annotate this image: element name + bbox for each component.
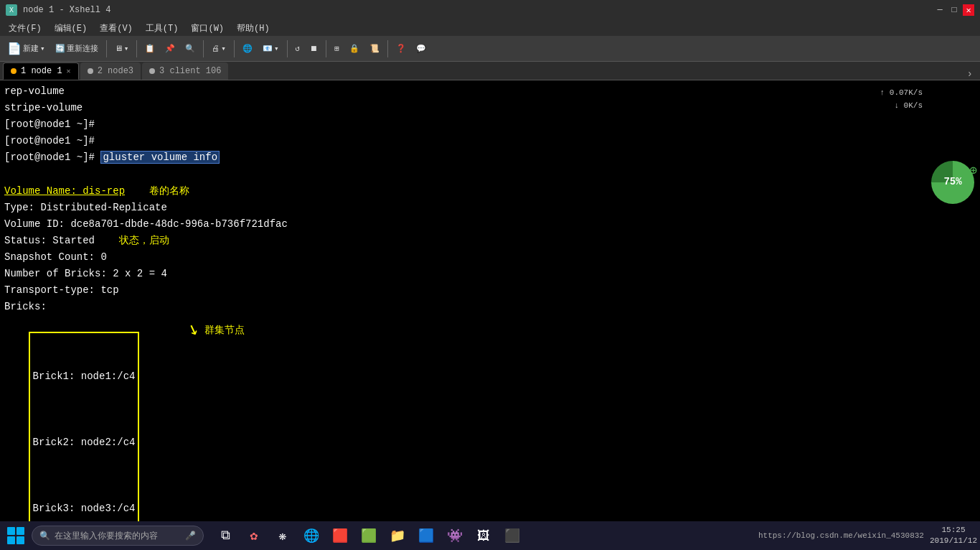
email-button[interactable]: 📧▾ (258, 38, 283, 60)
app-qq[interactable]: 👾 (443, 524, 466, 547)
terminal-dropdown-icon[interactable]: ▾ (124, 44, 129, 53)
tabs-scroll-arrow[interactable]: › (963, 68, 977, 80)
tab-label-2: 2 node3 (98, 66, 133, 76)
date-display: 2019/11/12 (930, 536, 977, 546)
app-fan[interactable]: ❋ (271, 524, 294, 547)
reconnect-label: 重新连接 (67, 43, 98, 54)
new-button[interactable]: 📄 新建 ▾ (3, 38, 50, 60)
tab-node3[interactable]: 2 node3 (80, 62, 141, 80)
line-brick3: Brick3: node3:/c4 (33, 500, 136, 517)
line-bricks-num: Number of Bricks: 2 x 2 = 4 (4, 266, 976, 282)
arrow-icon: ↗ (182, 314, 203, 348)
help-icon: ❓ (396, 44, 406, 53)
search-icon: 🔍 (39, 531, 50, 541)
tab-node1[interactable]: 1 node 1 ✕ (3, 62, 79, 80)
window-controls[interactable]: ─ □ ✕ (934, 4, 974, 16)
terminal[interactable]: rep-volume stripe-volume [root@node1 ~]#… (0, 80, 980, 521)
title-bar: X node 1 - Xshell 4 ─ □ ✕ (0, 0, 980, 20)
tab-label-1: 1 node 1 (21, 66, 62, 76)
new-label: 新建 (23, 43, 39, 54)
menu-bar: 文件(F) 编辑(E) 查看(V) 工具(T) 窗口(W) 帮助(H) (0, 20, 980, 36)
app-red2[interactable]: ⬛ (501, 524, 524, 547)
title-bar-left: X node 1 - Xshell 4 (6, 4, 110, 16)
tab-client106[interactable]: 3 client 106 (142, 62, 228, 80)
line-prompt-2: [root@node1 ~]# (4, 133, 976, 149)
app-globe[interactable]: 🌐 (300, 524, 323, 547)
grid-icon: ⊞ (334, 44, 339, 53)
bricks-box: Brick1: node1:/c4 Brick2: node2:/c4 Bric… (29, 332, 140, 521)
url-display: https://blog.csdn.me/weixin_4530832 (758, 531, 924, 540)
menu-tools[interactable]: 工具(T) (140, 20, 184, 36)
line-bricks-header: Bricks: (4, 299, 976, 315)
start-button[interactable] (3, 523, 29, 549)
refresh-icon: ↺ (296, 44, 301, 53)
menu-help[interactable]: 帮助(H) (231, 20, 275, 36)
taskbar-apps: ⧉ ✿ ❋ 🌐 🟥 🟩 📁 🟦 👾 🖼 ⬛ (214, 524, 524, 547)
reconnect-icon: 🔄 (55, 44, 65, 53)
app-red[interactable]: 🟥 (329, 524, 352, 547)
clock: 15:25 2019/11/12 (930, 525, 977, 547)
terminal-button[interactable]: 🖥 ▾ (110, 38, 133, 60)
mic-icon: 🎤 (185, 531, 196, 541)
reconnect-button[interactable]: 🔄 重新连接 (51, 38, 103, 60)
minimize-button[interactable]: ─ (934, 4, 946, 16)
separator-4 (234, 40, 235, 57)
tab-label-3: 3 client 106 (159, 66, 221, 76)
print-icon: 🖨 (212, 44, 220, 53)
line-prompt-1: [root@node1 ~]# (4, 116, 976, 133)
menu-view[interactable]: 查看(V) (94, 20, 138, 36)
line-volume-id: Volume ID: dce8a701-dbde-48dc-996a-b736f… (4, 216, 976, 233)
separator-6 (326, 40, 326, 57)
new-dropdown-icon[interactable]: ▾ (40, 44, 45, 53)
app-icon: X (6, 4, 17, 16)
lock-button[interactable]: 🔒 (345, 38, 364, 60)
maximize-button[interactable]: □ (948, 4, 960, 16)
lock-icon: 🔒 (349, 44, 359, 53)
line-type: Type: Distributed-Replicate (4, 200, 976, 216)
paste-icon: 📌 (165, 44, 175, 53)
copy-button[interactable]: 📋 (141, 38, 159, 60)
email-dropdown[interactable]: ▾ (274, 44, 279, 53)
taskbar: 🔍 在这里输入你要搜索的内容 🎤 ⧉ ✿ ❋ 🌐 🟥 🟩 📁 🟦 👾 🖼 ⬛ h… (0, 521, 980, 550)
separator-5 (287, 40, 288, 57)
find-button[interactable]: 🔍 (181, 38, 199, 60)
menu-edit[interactable]: 编辑(E) (49, 20, 93, 36)
separator-2 (136, 40, 137, 57)
taskview-button[interactable]: ⧉ (214, 524, 237, 547)
net-circle-indicator[interactable]: 75% (931, 161, 974, 204)
web-button[interactable]: 🌐 (238, 38, 257, 60)
close-button[interactable]: ✕ (963, 4, 974, 16)
line-brick1: Brick1: node1:/c4 (33, 368, 136, 385)
upload-stat: ↑ 0.07K/s (880, 86, 923, 99)
win-logo-tl (7, 527, 15, 535)
cluster-annotation-text: 群集节点 (204, 322, 245, 339)
script-button[interactable]: 📜 (365, 38, 384, 60)
app-photo[interactable]: 🖼 (472, 524, 495, 547)
app-blue[interactable]: 🟦 (415, 524, 438, 547)
net-percent: 75% (943, 174, 961, 190)
tab-close-1[interactable]: ✕ (67, 67, 71, 75)
find-icon: 🔍 (185, 44, 195, 53)
app-folder[interactable]: 📁 (386, 524, 409, 547)
separator-1 (106, 40, 107, 57)
line-stripe-volume: stripe-volume (4, 100, 976, 116)
volume-name-label: Volume Name: dis-rep (4, 185, 125, 197)
net-stats: ↑ 0.07K/s ↓ 0K/s (880, 86, 923, 112)
net-plus-button[interactable]: ⊕ (969, 161, 977, 182)
win-logo-br (17, 536, 24, 544)
print-dropdown[interactable]: ▾ (221, 44, 226, 53)
help-button[interactable]: ❓ (392, 38, 410, 60)
menu-window[interactable]: 窗口(W) (185, 20, 230, 36)
chat-button[interactable]: 💬 (412, 38, 430, 60)
web-icon: 🌐 (242, 44, 253, 53)
app-flower[interactable]: ✿ (242, 524, 265, 547)
search-box[interactable]: 🔍 在这里输入你要搜索的内容 🎤 (32, 526, 204, 546)
grid-button[interactable]: ⊞ (330, 38, 344, 60)
paste-button[interactable]: 📌 (161, 38, 179, 60)
print-button[interactable]: 🖨▾ (207, 38, 230, 60)
refresh-button[interactable]: ↺ (291, 38, 305, 60)
app-green[interactable]: 🟩 (357, 524, 380, 547)
menu-file[interactable]: 文件(F) (3, 20, 47, 36)
stop-button[interactable]: ⏹ (306, 38, 322, 60)
win-logo-tr (17, 527, 24, 535)
